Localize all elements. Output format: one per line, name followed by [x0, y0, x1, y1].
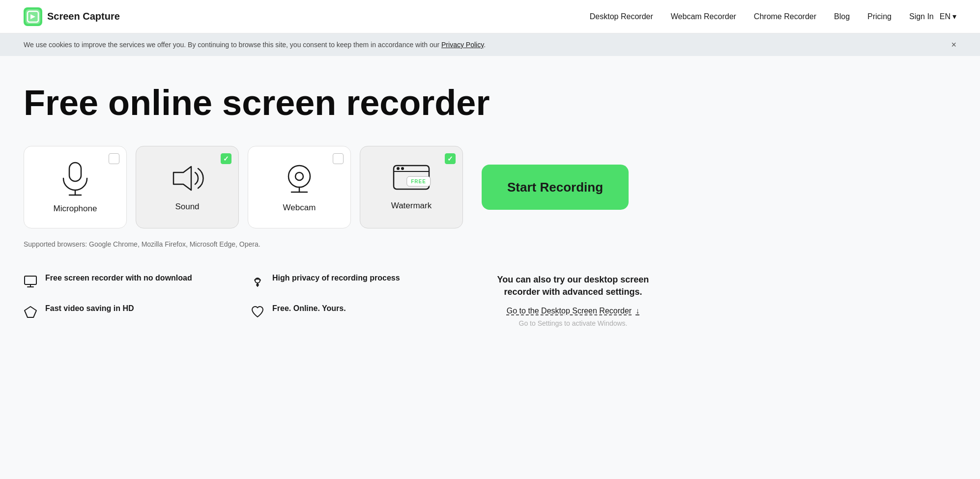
sound-label: Sound [175, 202, 199, 212]
svg-rect-3 [69, 163, 81, 181]
navigation: Screen Capture Desktop Recorder Webcam R… [0, 0, 980, 33]
webcam-icon [283, 162, 316, 197]
nav-blog[interactable]: Blog [834, 12, 850, 21]
microphone-checkbox[interactable] [109, 153, 119, 164]
webcam-label: Webcam [283, 203, 316, 213]
cookie-banner: We use cookies to improve the services w… [0, 33, 980, 56]
logo-link[interactable]: Screen Capture [24, 7, 120, 26]
nav-chrome-recorder[interactable]: Chrome Recorder [754, 12, 816, 21]
language-selector[interactable]: EN ▾ [940, 12, 956, 21]
svg-point-8 [295, 172, 303, 180]
sound-icon [170, 163, 205, 196]
monitor-icon [24, 275, 37, 288]
logo-text: Screen Capture [47, 11, 120, 22]
nav-pricing[interactable]: Pricing [867, 12, 892, 21]
watermark-free-badge: FREE [406, 176, 431, 187]
lock-icon [251, 275, 264, 288]
sound-card[interactable]: Sound [136, 146, 239, 228]
nav-links: Desktop Recorder Webcam Recorder Chrome … [590, 12, 934, 21]
desktop-cta: You can also try our desktop screen reco… [458, 274, 664, 335]
features-list: Free screen recorder with no download Fa… [24, 274, 458, 335]
features-col-right: High privacy of recording process Free. … [251, 274, 458, 335]
feature-hd: Fast video saving in HD [24, 304, 231, 319]
privacy-policy-link[interactable]: Privacy Policy [441, 41, 484, 49]
desktop-cta-text: You can also try our desktop screen reco… [482, 274, 664, 298]
windows-notice: Go to Settings to activate Windows. [482, 319, 664, 327]
features-col-left: Free screen recorder with no download Fa… [24, 274, 231, 335]
nav-sign-in[interactable]: Sign In [909, 12, 934, 21]
desktop-recorder-link[interactable]: Go to the Desktop Screen Recorder ↓ [482, 307, 664, 315]
cookie-close-button[interactable]: × [951, 40, 956, 49]
feature-no-download-text: Free screen recorder with no download [45, 274, 192, 282]
microphone-card[interactable]: Microphone [24, 146, 127, 228]
webcam-card[interactable]: Webcam [248, 146, 351, 228]
cookie-text: We use cookies to improve the services w… [24, 41, 486, 49]
watermark-checkbox[interactable] [445, 153, 456, 164]
diamond-icon [24, 305, 37, 319]
features-section: Free screen recorder with no download Fa… [24, 274, 664, 335]
watermark-label: Watermark [391, 201, 432, 211]
main-content: Free online screen recorder Microphone [0, 56, 688, 358]
recorder-options-row: Microphone Sound [24, 146, 664, 228]
feature-free-text: Free. Online. Yours. [272, 304, 346, 313]
logo-icon [24, 7, 42, 26]
nav-desktop-recorder[interactable]: Desktop Recorder [590, 12, 653, 21]
language-label: EN [940, 12, 951, 21]
svg-marker-6 [173, 167, 191, 190]
svg-marker-18 [25, 307, 36, 317]
microphone-icon [59, 161, 91, 198]
svg-point-7 [288, 166, 310, 187]
feature-no-download: Free screen recorder with no download [24, 274, 231, 288]
svg-point-13 [397, 167, 400, 170]
feature-hd-text: Fast video saving in HD [45, 304, 134, 313]
arrow-down-icon: ↓ [635, 307, 639, 315]
hero-title: Free online screen recorder [24, 84, 664, 122]
chevron-down-icon: ▾ [952, 12, 956, 21]
svg-point-14 [401, 167, 404, 170]
svg-rect-15 [25, 276, 36, 284]
watermark-icon: FREE [392, 164, 431, 195]
start-recording-button[interactable]: Start Recording [482, 165, 629, 210]
heart-icon [251, 305, 264, 319]
feature-free: Free. Online. Yours. [251, 304, 458, 319]
sound-checkbox[interactable] [221, 153, 231, 164]
webcam-checkbox[interactable] [333, 153, 344, 164]
feature-privacy-text: High privacy of recording process [272, 274, 400, 282]
feature-privacy: High privacy of recording process [251, 274, 458, 288]
nav-webcam-recorder[interactable]: Webcam Recorder [671, 12, 736, 21]
watermark-card[interactable]: FREE Watermark [360, 146, 463, 228]
microphone-label: Microphone [54, 204, 97, 214]
supported-browsers-text: Supported browsers: Google Chrome, Mozil… [24, 240, 664, 248]
